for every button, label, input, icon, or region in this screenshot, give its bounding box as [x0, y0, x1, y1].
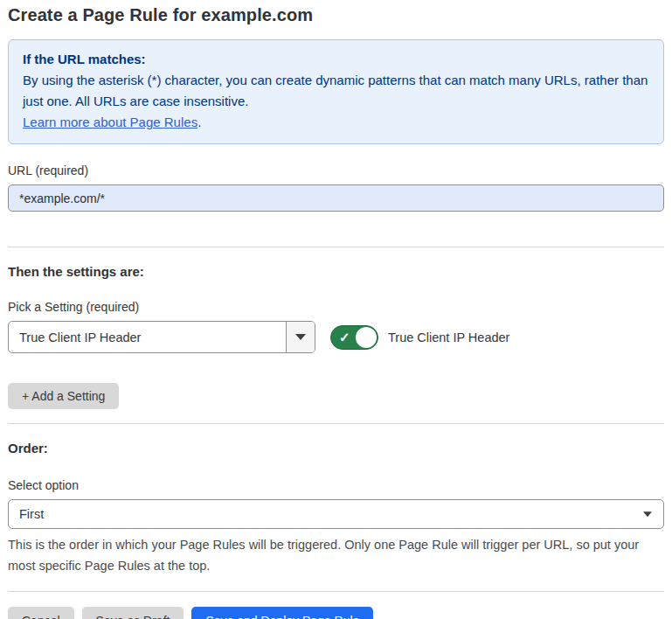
- order-help-text: This is the order in which your Page Rul…: [8, 534, 664, 576]
- save-as-draft-button[interactable]: Save as Draft: [82, 607, 184, 619]
- setting-toggle[interactable]: ✓: [330, 325, 378, 350]
- order-section-heading: Order:: [8, 441, 664, 456]
- setting-toggle-label: True Client IP Header: [388, 330, 509, 344]
- select-option-label: Select option: [8, 478, 664, 492]
- setting-dropdown[interactable]: True Client IP Header: [8, 321, 315, 353]
- cancel-button[interactable]: Cancel: [8, 607, 74, 619]
- section-divider: [8, 423, 664, 424]
- check-icon: ✓: [339, 330, 350, 344]
- order-select-value: First: [19, 507, 44, 521]
- chevron-down-icon: [643, 511, 652, 517]
- setting-dropdown-value: True Client IP Header: [9, 322, 286, 352]
- info-box-body: By using the asterisk (*) character, you…: [23, 70, 649, 112]
- setting-row: True Client IP Header ✓ True Client IP H…: [8, 321, 664, 353]
- chevron-down-icon: [295, 334, 306, 340]
- footer-divider: [8, 591, 664, 592]
- url-match-info-box: If the URL matches: By using the asteris…: [8, 39, 664, 144]
- order-select[interactable]: First: [8, 499, 664, 529]
- info-box-heading: If the URL matches:: [23, 49, 649, 70]
- url-field-label: URL (required): [8, 163, 664, 177]
- page-title: Create a Page Rule for example.com: [8, 0, 664, 25]
- toggle-knob: [356, 327, 377, 348]
- info-box-link-line: Learn more about Page Rules.: [23, 112, 649, 133]
- section-divider: [8, 247, 664, 247]
- link-suffix: .: [197, 115, 201, 129]
- pick-setting-label: Pick a Setting (required): [8, 300, 664, 314]
- order-select-wrap: First: [8, 499, 664, 529]
- learn-more-link[interactable]: Learn more about Page Rules: [23, 115, 197, 129]
- add-setting-button[interactable]: + Add a Setting: [8, 383, 119, 409]
- dropdown-arrow-button[interactable]: [286, 322, 315, 352]
- url-input[interactable]: [8, 184, 664, 212]
- settings-section-heading: Then the settings are:: [8, 264, 664, 279]
- page-rule-form: Create a Page Rule for example.com If th…: [0, 0, 672, 619]
- footer-button-row: Cancel Save as Draft Save and Deploy Pag…: [8, 607, 664, 619]
- save-and-deploy-button[interactable]: Save and Deploy Page Rule: [191, 607, 373, 619]
